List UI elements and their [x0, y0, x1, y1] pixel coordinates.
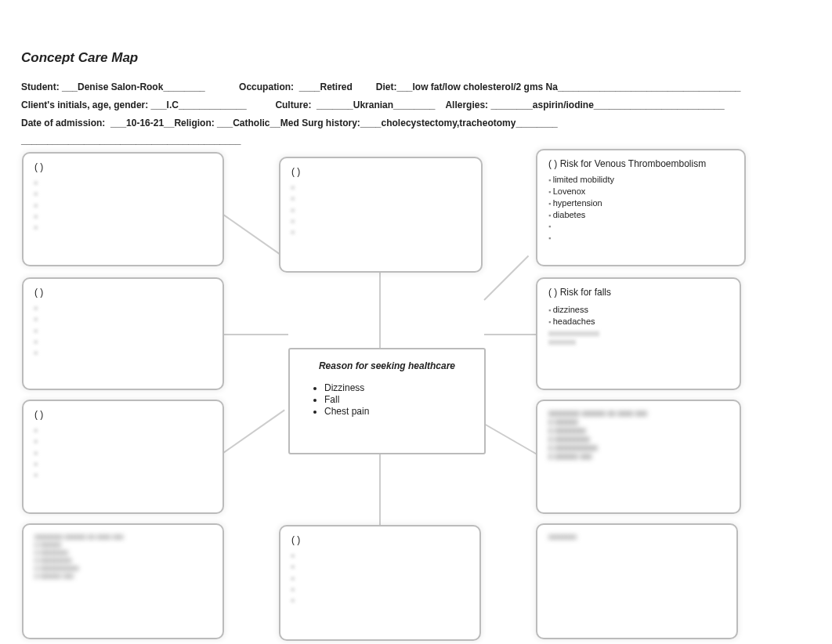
diagnosis-box-falls: ( ) Risk for falls dizziness headaches x… — [536, 277, 741, 390]
center-title: Reason for seeking healthcare — [301, 360, 473, 371]
list-item: Lovenox — [548, 186, 733, 197]
connector — [484, 423, 539, 456]
header-block: Student: ___Denise Salon-Rook________ Oc… — [21, 78, 808, 150]
culture-value: _______Ukranian________ — [317, 99, 435, 110]
diagnosis-box-left-1: ( ) ▪ ▪ ▪ ▪ ▪ — [22, 152, 224, 266]
doa-label: Date of admission: — [21, 118, 110, 128]
reason-list: Dizziness Fall Chest pain — [324, 382, 473, 418]
box-bullets: ▪ ▪ ▪ ▪ ▪ — [34, 425, 212, 480]
falls-list: dizziness headaches — [548, 304, 729, 327]
diagnosis-box-left-2: ( ) ▪ ▪ ▪ ▪ ▪ — [22, 277, 224, 390]
header-row-1: Student: ___Denise Salon-Rook________ Oc… — [21, 78, 808, 96]
header-row-3: Date of admission: ___10-16-21__Religion… — [21, 114, 808, 132]
connector — [217, 410, 284, 458]
list-item: dizziness — [548, 304, 729, 316]
filler-line: ________________________________________… — [21, 135, 241, 146]
client-value: ___I.C_____________ — [151, 99, 247, 110]
connector — [217, 210, 284, 258]
blurred-content: xxxxxxxx xxxxxx xx xxxx xxx x xxxxxx x x… — [548, 409, 729, 461]
list-item: headaches — [548, 316, 729, 327]
list-item: limited mobilidty — [548, 174, 733, 186]
occupation-value: ____Retired — [299, 81, 353, 92]
blurred-content: xxxxxxxx — [548, 533, 725, 548]
box-label: ( ) — [291, 166, 470, 177]
box-bullets: ▪ ▪ ▪ ▪ ▪ — [291, 182, 470, 237]
diet-value: ___low fat/low cholesterol/2 gms Na_____… — [397, 81, 741, 92]
medsurg-value: ____cholecystectomy,tracheotomy________ — [360, 118, 558, 128]
list-item: diabetes — [548, 209, 733, 221]
box-bullets: ▪ ▪ ▪ ▪ ▪ — [34, 302, 212, 358]
culture-label: Culture: — [275, 99, 317, 110]
connector — [483, 255, 529, 301]
box-label: ( ) — [34, 409, 212, 420]
header-row-4: ________________________________________… — [21, 132, 808, 150]
client-label: Client's initials, age, gender: — [21, 99, 151, 110]
box-label: ( ) Risk for Venous Thromboembolism — [548, 158, 733, 169]
religion-value: ___Catholic__ — [217, 118, 280, 128]
list-item — [548, 232, 733, 244]
allergies-value: ________aspirin/iodine__________________… — [490, 99, 724, 110]
connector — [379, 454, 381, 525]
diagnosis-box-right-3: xxxxxxxx xxxxxx xx xxxx xxx x xxxxxx x x… — [536, 400, 741, 514]
box-bullets: ▪ ▪ ▪ ▪ ▪ — [34, 177, 212, 233]
allergies-label: Allergies: — [445, 99, 490, 110]
connector — [379, 273, 381, 348]
occupation-label: Occupation: — [239, 81, 299, 92]
diagnosis-box-left-4: xxxxxxxx xxxxxx xx xxxx xxx x xxxxxx x x… — [22, 523, 224, 639]
box-label: ( ) — [34, 161, 212, 172]
blurred-content: xxxxxxxxxxxxxxxxxxxx — [548, 329, 729, 346]
diagnosis-box-mid-top: ( ) ▪ ▪ ▪ ▪ ▪ — [279, 157, 483, 273]
diagnosis-box-left-3: ( ) ▪ ▪ ▪ ▪ ▪ — [22, 400, 224, 514]
student-value: ___Denise Salon-Rook________ — [62, 81, 205, 92]
box-bullets: ▪ ▪ ▪ ▪ ▪ — [291, 550, 468, 606]
diet-label: Diet: — [376, 81, 397, 92]
diagnosis-box-vte: ( ) Risk for Venous Thromboembolism limi… — [536, 149, 746, 266]
medsurg-label: Med Surg history: — [280, 118, 360, 128]
doa-value: ___10-16-21__ — [110, 118, 174, 128]
reason-item: Dizziness — [324, 382, 473, 394]
religion-label: Religion: — [174, 118, 217, 128]
blurred-content: xxxxxxxx xxxxxx xx xxxx xxx x xxxxxx x x… — [34, 533, 212, 580]
box-label: ( ) — [291, 534, 468, 545]
diagnosis-box-mid-bottom: ( ) ▪ ▪ ▪ ▪ ▪ — [279, 525, 481, 641]
page-title: Concept Care Map — [21, 50, 138, 66]
connector — [484, 334, 539, 335]
list-item — [548, 220, 733, 232]
header-row-2: Client's initials, age, gender: ___I.C__… — [21, 96, 808, 114]
student-label: Student: — [21, 81, 62, 92]
vte-list: limited mobilidty Lovenox hypertension d… — [548, 174, 733, 244]
box-label: ( ) — [34, 287, 212, 298]
connector — [218, 334, 288, 335]
diagnosis-box-right-4: xxxxxxxx — [536, 523, 738, 639]
box-label: ( ) Risk for falls — [548, 287, 729, 298]
reason-item: Chest pain — [324, 406, 473, 418]
list-item: hypertension — [548, 197, 733, 209]
reason-item: Fall — [324, 394, 473, 406]
reason-for-healthcare-box: Reason for seeking healthcare Dizziness … — [288, 348, 486, 454]
